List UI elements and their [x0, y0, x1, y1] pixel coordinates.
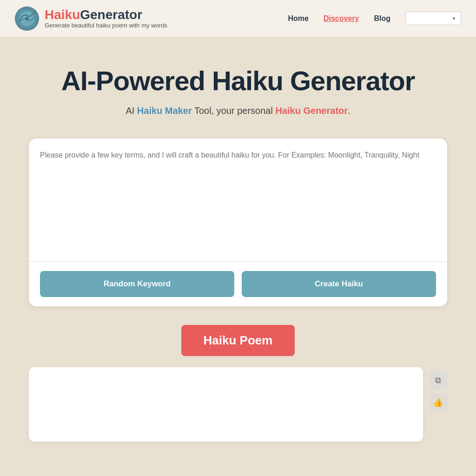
- logo-subtitle: Generate beautiful haiku poem with my wo…: [45, 22, 167, 29]
- hero-middle: Tool, your personal: [194, 106, 273, 116]
- svg-point-3: [25, 17, 29, 20]
- logo-icon: [15, 7, 39, 31]
- keywords-input[interactable]: [40, 150, 436, 252]
- textarea-wrapper: [29, 139, 447, 262]
- poem-actions: ⧉ 👍: [429, 367, 447, 412]
- haiku-maker-link[interactable]: Haiku Maker: [137, 106, 192, 116]
- nav-blog[interactable]: Blog: [374, 14, 390, 23]
- copy-icon: ⧉: [435, 376, 441, 385]
- hero-suffix: .: [348, 106, 350, 116]
- site-header: HaikuGenerator Generate beautiful haiku …: [0, 0, 476, 37]
- chevron-down-icon: ▾: [453, 16, 455, 21]
- logo-area: HaikuGenerator Generate beautiful haiku …: [15, 7, 167, 31]
- logo-text: HaikuGenerator Generate beautiful haiku …: [45, 8, 167, 29]
- poem-card: [29, 367, 423, 442]
- button-row: Random Keyword Create Haiku: [29, 262, 447, 306]
- logo-generator: Generator: [80, 7, 142, 22]
- like-icon: 👍: [433, 397, 443, 408]
- haiku-poem-badge: Haiku Poem: [181, 325, 295, 356]
- haiku-poem-section: Haiku Poem: [19, 325, 457, 356]
- logo-haiku: Haiku: [45, 7, 80, 22]
- logo-title: HaikuGenerator: [45, 8, 167, 22]
- hero-subtitle: AI Haiku Maker Tool, your personal Haiku…: [19, 106, 457, 116]
- like-button[interactable]: 👍: [429, 393, 447, 412]
- page-title: AI-Powered Haiku Generator: [19, 65, 457, 96]
- copy-button[interactable]: ⧉: [429, 371, 447, 390]
- create-haiku-button[interactable]: Create Haiku: [242, 271, 436, 297]
- nav-discovery[interactable]: Discovery: [324, 14, 359, 23]
- poem-output-area: ⧉ 👍: [29, 367, 447, 442]
- hero-prefix: AI: [126, 106, 134, 116]
- input-card: Random Keyword Create Haiku: [29, 139, 447, 306]
- main-content: AI-Powered Haiku Generator AI Haiku Make…: [0, 37, 476, 460]
- random-keyword-button[interactable]: Random Keyword: [40, 271, 234, 297]
- main-nav: Home Discovery Blog ▾: [288, 12, 462, 25]
- nav-home[interactable]: Home: [288, 14, 309, 23]
- nav-language-dropdown[interactable]: ▾: [405, 12, 461, 25]
- haiku-generator-link[interactable]: Haiku Generator: [275, 106, 348, 116]
